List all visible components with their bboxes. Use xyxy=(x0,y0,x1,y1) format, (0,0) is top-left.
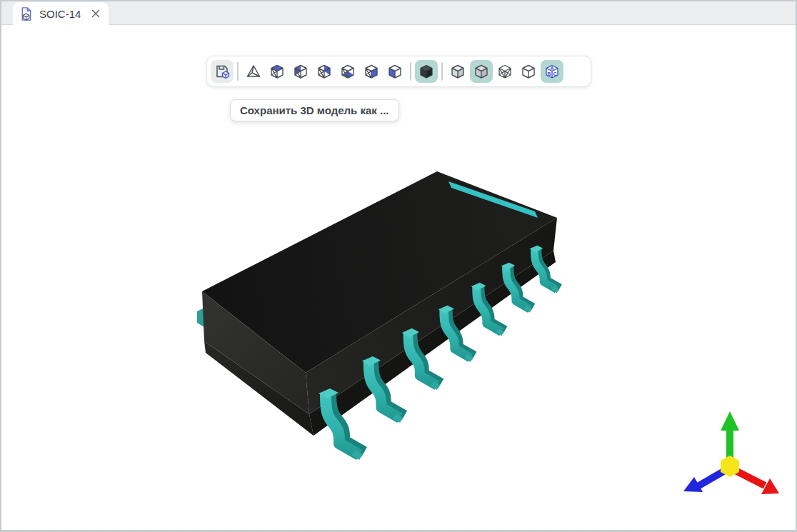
view-front-button[interactable] xyxy=(313,60,336,83)
display-wireframe-button[interactable] xyxy=(493,60,516,83)
save-3d-model-button[interactable] xyxy=(211,60,234,83)
toolbar-separator xyxy=(410,62,411,81)
abc-letter-a: A xyxy=(551,66,554,71)
view-left-icon xyxy=(387,64,403,79)
view-right-icon xyxy=(364,64,379,79)
close-x-icon xyxy=(91,9,100,18)
abc-cube-icon: A B C xyxy=(544,64,560,79)
display-solid-light-button[interactable] xyxy=(446,60,469,83)
plain-cube-icon xyxy=(521,64,536,79)
view-left-button[interactable] xyxy=(384,60,406,83)
tab-close-button[interactable] xyxy=(90,8,101,19)
display-solid-button[interactable] xyxy=(470,60,493,83)
abc-letter-b: B xyxy=(547,71,551,76)
save-3d-icon xyxy=(214,64,230,79)
view-bottom-icon xyxy=(293,64,309,79)
display-hidden-lines-button[interactable] xyxy=(517,60,540,83)
3d-document-icon xyxy=(20,6,34,21)
view-back-icon xyxy=(340,64,356,79)
view-top-button[interactable] xyxy=(266,60,289,83)
shaded-cube-icon xyxy=(418,64,434,79)
toolbar-separator xyxy=(441,62,443,81)
3d-view-toolbar: A B C xyxy=(206,56,591,87)
axis-gizmo[interactable] xyxy=(683,411,779,494)
save-tooltip: Сохранить 3D модель как ... xyxy=(230,99,399,121)
display-labels-button[interactable]: A B C xyxy=(541,60,563,83)
y-axis-arrowhead xyxy=(721,411,739,431)
view-front-icon xyxy=(316,64,332,79)
tab-bar: SOIC-14 xyxy=(0,0,797,25)
tab-soic-14[interactable]: SOIC-14 xyxy=(13,2,109,25)
soic-14-model xyxy=(197,171,560,460)
view-right-button[interactable] xyxy=(360,60,383,83)
isometric-view-button[interactable] xyxy=(242,60,265,83)
isometric-view-icon xyxy=(246,64,261,79)
abc-letter-c: C xyxy=(553,71,557,76)
view-back-button[interactable] xyxy=(336,60,359,83)
solid-light-cube-icon xyxy=(450,64,466,79)
view-bottom-button[interactable] xyxy=(289,60,312,83)
tab-title: SOIC-14 xyxy=(39,8,84,20)
display-shaded-button[interactable] xyxy=(415,60,438,83)
app-window: SOIC-14 xyxy=(0,0,797,532)
wireframe-cube-icon xyxy=(497,64,513,79)
solid-cube-icon xyxy=(473,64,489,79)
view-top-icon xyxy=(269,64,285,79)
toolbar-separator xyxy=(237,62,239,81)
